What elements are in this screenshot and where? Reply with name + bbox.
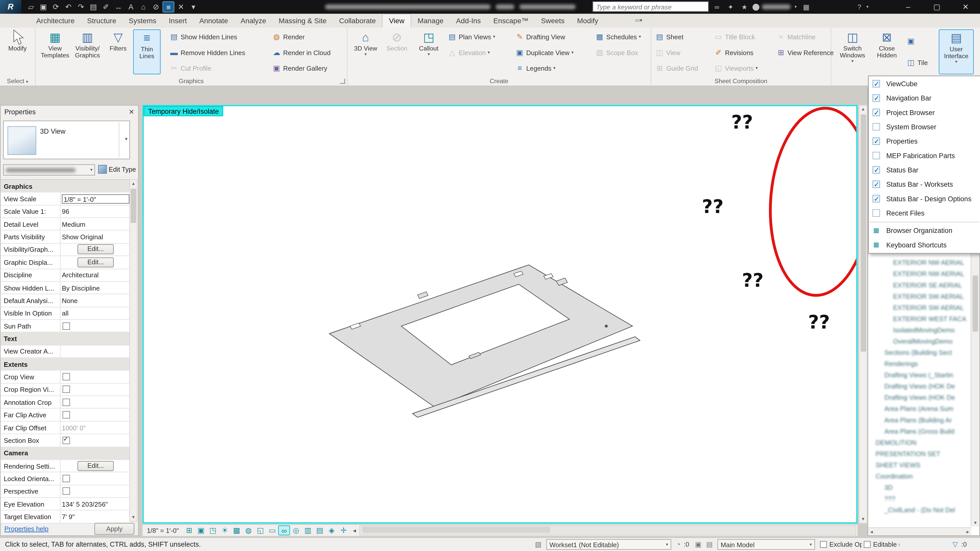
property-value-cell[interactable]: all bbox=[60, 307, 130, 319]
open-icon[interactable]: ▱ bbox=[25, 1, 37, 13]
aligned-dimension-icon[interactable]: ↔ bbox=[113, 1, 124, 13]
maximize-button[interactable]: ▢ bbox=[923, 0, 951, 14]
property-value-cell[interactable]: None bbox=[60, 294, 130, 306]
menu-item[interactable]: Properties bbox=[869, 135, 980, 149]
properties-scrollbar[interactable]: ▲ ▼ bbox=[129, 179, 138, 522]
account-chevron-icon[interactable]: ▾ bbox=[793, 1, 798, 13]
sync-with-central-icon[interactable]: ⟳ bbox=[50, 1, 62, 13]
property-value-cell[interactable] bbox=[60, 320, 130, 332]
menu-checkbox-icon[interactable] bbox=[873, 152, 880, 159]
browser-tree-item[interactable]: EXTERIOR SW AERIAL bbox=[868, 302, 971, 313]
schedules-button[interactable]: ▦ Schedules ▾ bbox=[595, 30, 641, 43]
visibility-graphics-button[interactable]: ▥ Visibility/ Graphics bbox=[72, 29, 103, 59]
browser-tree-item[interactable]: Sections (Building Sect bbox=[868, 347, 971, 358]
property-checkbox[interactable] bbox=[62, 399, 70, 406]
exclude-options-checkbox[interactable] bbox=[820, 541, 827, 548]
browser-tree-item[interactable]: Drafting Views (HOK De bbox=[868, 392, 971, 403]
browser-tree-item[interactable]: ??? bbox=[868, 493, 971, 504]
property-checkbox[interactable] bbox=[62, 373, 70, 380]
help-icon[interactable]: ? bbox=[854, 1, 865, 13]
drawing-area[interactable]: Temporary Hide/Isolate ?? ?? ?? ?? bbox=[142, 105, 858, 524]
property-value-cell[interactable] bbox=[60, 383, 130, 395]
properties-close-icon[interactable]: ✕ bbox=[129, 108, 135, 116]
menu-checkbox-icon[interactable] bbox=[873, 138, 880, 145]
design-options-icon[interactable]: ▣ bbox=[695, 540, 701, 548]
tile-button[interactable]: ◫ Tile bbox=[906, 56, 928, 68]
view-name-chevron-icon[interactable]: ▾ bbox=[90, 167, 93, 172]
property-value-cell[interactable]: 134' 5 203/256" bbox=[60, 498, 130, 510]
print-icon[interactable]: ▤ bbox=[88, 1, 100, 13]
browser-tree-item[interactable]: Renderings bbox=[868, 358, 971, 369]
filters-button[interactable]: ▽ Filters bbox=[104, 29, 132, 52]
browser-tree-item[interactable]: Area Plans (Gross Build bbox=[868, 426, 971, 437]
ribbon-tab[interactable]: Modify bbox=[571, 14, 605, 27]
ribbon-tab[interactable]: View bbox=[382, 14, 411, 27]
ribbon-tab[interactable]: Add-Ins bbox=[450, 14, 487, 27]
detail-level-icon[interactable]: ▣ bbox=[195, 526, 207, 535]
browser-tree-item[interactable]: OverallMovingDemo bbox=[868, 335, 971, 347]
scale-icon[interactable]: ⊞ bbox=[183, 526, 195, 535]
scroll-up-icon[interactable]: ▲ bbox=[130, 180, 137, 187]
property-value-cell[interactable] bbox=[60, 485, 130, 497]
property-value-cell[interactable] bbox=[60, 345, 130, 357]
property-value[interactable]: Architectural bbox=[62, 271, 99, 279]
legends-button[interactable]: ≡ Legends ▾ bbox=[515, 62, 555, 74]
canvas-hscroll-thumb[interactable] bbox=[363, 527, 550, 533]
browser-tree-item[interactable]: _CivilLand - (Do Not Del bbox=[868, 504, 971, 515]
edit-type-button[interactable]: Edit Type bbox=[98, 165, 136, 174]
canvas-scroll-thumb[interactable] bbox=[861, 114, 866, 352]
worksharing-display-icon[interactable]: ▥ bbox=[302, 526, 314, 535]
user-avatar-icon[interactable] bbox=[752, 3, 759, 10]
ribbon-tab[interactable]: Manage bbox=[411, 14, 450, 27]
subscription-icon[interactable]: ✦ bbox=[725, 1, 736, 13]
view-reference-button[interactable]: ⊞ View Reference bbox=[776, 46, 834, 59]
browser-tree-item[interactable]: 3D bbox=[868, 482, 971, 493]
menu-checkbox-icon[interactable] bbox=[873, 209, 880, 217]
qat-customize-icon[interactable]: ▾ bbox=[188, 1, 200, 13]
property-value[interactable]: Show Original bbox=[62, 233, 103, 241]
browser-scroll-down-icon[interactable]: ▼ bbox=[971, 519, 980, 527]
search-input[interactable] bbox=[593, 1, 709, 12]
properties-help-link[interactable]: Properties help bbox=[4, 525, 48, 532]
property-value-cell[interactable]: By Discipline bbox=[60, 282, 130, 294]
close-hidden-button[interactable]: ⊠ Close Hidden bbox=[871, 29, 902, 59]
property-value-cell[interactable]: 96 bbox=[60, 205, 130, 218]
callout-dropdown-icon[interactable]: ▾ bbox=[428, 52, 430, 57]
browser-tree-item[interactable]: Area Plans (Building Ar bbox=[868, 414, 971, 426]
render-gallery-button[interactable]: ▣ Render Gallery bbox=[272, 62, 327, 74]
canvas-scroll-left-icon[interactable]: ◄ bbox=[349, 527, 360, 533]
canvas-horizontal-scrollbar[interactable] bbox=[360, 526, 856, 535]
menu-item[interactable]: Navigation Bar bbox=[869, 91, 980, 106]
view-name-combo[interactable]: ▾ bbox=[3, 164, 95, 176]
browser-tree-item[interactable]: PRESENTATION SET bbox=[868, 448, 971, 459]
save-icon[interactable]: ▣ bbox=[38, 1, 49, 13]
apply-button[interactable]: Apply bbox=[94, 523, 135, 535]
close-inactive-views-icon[interactable]: ✕ bbox=[175, 1, 187, 13]
render-button[interactable]: ◍ Render bbox=[272, 30, 304, 43]
property-value-cell[interactable] bbox=[60, 396, 130, 408]
search-binoculars-icon[interactable]: ∞ bbox=[711, 1, 722, 13]
properties-header[interactable]: Properties ✕ bbox=[0, 106, 138, 118]
browser-horizontal-scrollbar[interactable]: ◄ ► bbox=[868, 527, 971, 535]
browser-tree-item[interactable]: IsolatedMovingDemo bbox=[868, 324, 971, 335]
menu-checkbox-icon[interactable] bbox=[873, 166, 880, 173]
property-value-cell[interactable]: Medium bbox=[60, 218, 130, 230]
thin-lines-icon[interactable]: ≡ bbox=[162, 1, 175, 13]
show-hidden-lines-button[interactable]: ▤ Show Hidden Lines bbox=[169, 30, 237, 43]
property-value-cell[interactable] bbox=[60, 409, 130, 421]
menu-checkbox-icon[interactable] bbox=[873, 195, 880, 202]
search-box[interactable] bbox=[593, 1, 709, 12]
reveal-constraints-icon[interactable]: ✛ bbox=[338, 526, 350, 535]
property-value-cell[interactable]: Edit... bbox=[60, 244, 130, 256]
duplicate-view-button[interactable]: ▣ Duplicate View ▾ bbox=[515, 46, 574, 59]
menu-item[interactable]: Recent Files bbox=[869, 206, 980, 221]
property-value-cell[interactable]: Architectural bbox=[60, 269, 130, 281]
ribbon-tab[interactable]: Systems bbox=[123, 14, 162, 27]
property-value-cell[interactable]: Edit... bbox=[60, 256, 130, 268]
property-value-cell[interactable] bbox=[60, 434, 130, 446]
editable-only-checkbox[interactable] bbox=[864, 541, 870, 548]
type-selector[interactable]: 3D View ▾ bbox=[3, 121, 130, 159]
help-chevron-icon[interactable]: ▾ bbox=[865, 1, 870, 13]
property-value[interactable]: 134' 5 203/256" bbox=[62, 500, 108, 508]
menu-item[interactable]: Status Bar bbox=[869, 163, 980, 177]
